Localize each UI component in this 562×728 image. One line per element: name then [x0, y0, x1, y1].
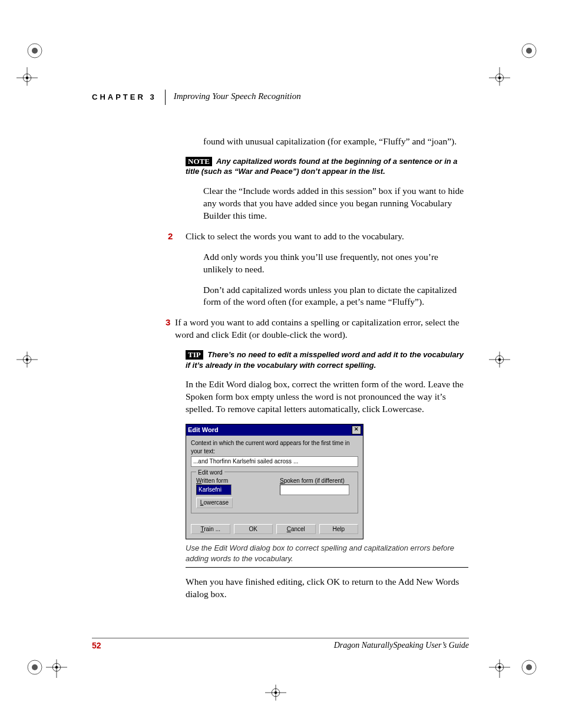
step-3-number: 3 — [166, 317, 170, 328]
svg-point-15 — [26, 358, 29, 361]
svg-point-10 — [522, 44, 536, 58]
step-2-line: Click to select the words you want to ad… — [186, 230, 468, 243]
page-header: CHAPTER 3 Improving Your Speech Recognit… — [92, 86, 469, 101]
chapter-label: CHAPTER 3 — [92, 93, 157, 101]
dialog-button-row: Train ... OK Cancel Help — [186, 518, 363, 539]
chapter-title: Improving Your Speech Recognition — [174, 91, 301, 101]
svg-point-32 — [495, 663, 504, 671]
after-note-text: Clear the “Include words added in this s… — [203, 185, 468, 222]
svg-point-28 — [272, 689, 280, 697]
dialog-titlebar[interactable]: Edit Word ✕ — [186, 424, 363, 436]
spoken-form-label: Spoken form (if different) — [280, 477, 353, 485]
svg-point-24 — [52, 663, 61, 671]
context-label: Context in which the current word appear… — [191, 439, 358, 455]
edit-word-dialog: Edit Word ✕ Context in which the current… — [186, 424, 363, 539]
svg-point-33 — [498, 666, 501, 669]
svg-point-0 — [28, 44, 42, 58]
crop-mark-bl-ornament — [24, 657, 45, 678]
note-text: Any capitalized words found at the begin… — [186, 157, 458, 176]
step-2-p2: Don’t add capitalized words unless you p… — [203, 284, 468, 309]
step-2-number: 2 — [168, 230, 173, 242]
written-form-input[interactable]: Karlsefni — [196, 485, 232, 495]
train-button[interactable]: Train ... — [191, 524, 230, 535]
svg-point-9 — [498, 77, 501, 80]
page-number: 52 — [92, 641, 101, 650]
svg-point-25 — [55, 666, 58, 669]
after-tip-text: In the Edit Word dialog box, correct the… — [186, 378, 468, 416]
guide-name: Dragon NaturallySpeaking User’s Guide — [334, 641, 469, 650]
tip-block: TIP There’s no need to edit a misspelled… — [186, 350, 468, 370]
svg-point-4 — [23, 74, 31, 82]
crop-mark-bl-cross — [46, 657, 67, 678]
dialog-title: Edit Word — [188, 426, 219, 434]
svg-point-34 — [522, 660, 536, 674]
tip-text: There’s no need to edit a misspelled wor… — [186, 350, 464, 370]
crop-mark-br-cross — [489, 657, 510, 678]
svg-point-29 — [275, 691, 277, 694]
svg-point-20 — [28, 660, 42, 674]
note-block: NOTE Any capitalized words found at the … — [186, 156, 468, 177]
context-value: ...and Thorfinn Karlsefni sailed across … — [191, 456, 358, 467]
tip-badge: TIP — [186, 350, 203, 360]
svg-point-14 — [23, 355, 31, 364]
group-label: Edit word — [196, 469, 224, 477]
cancel-button[interactable]: Cancel — [276, 524, 316, 535]
edit-word-group: Edit word Written form Karlsefni Lowerca… — [191, 472, 358, 513]
crop-mark-tl-ornament — [24, 40, 45, 61]
header-divider — [165, 90, 166, 105]
step-2-p1: Add only words you think you’ll use freq… — [203, 251, 468, 276]
svg-point-11 — [526, 48, 532, 54]
crop-mark-tr-cross — [489, 67, 510, 88]
page-body: found with unusual capitalization (for e… — [186, 136, 468, 609]
lowercase-button[interactable]: Lowercase — [196, 498, 233, 508]
svg-point-35 — [526, 664, 532, 670]
closing-text: When you have finished editing, click OK… — [186, 576, 468, 601]
crop-mark-tr-ornament — [518, 40, 540, 61]
crop-mark-tl-cross — [16, 67, 38, 88]
intro-tail-text: found with unusual capitalization (for e… — [203, 136, 468, 148]
page-footer: 52 Dragon NaturallySpeaking User’s Guide — [92, 638, 469, 650]
note-badge: NOTE — [186, 157, 212, 166]
written-form-label: Written form — [196, 477, 269, 485]
svg-point-5 — [26, 77, 29, 80]
ok-button[interactable]: OK — [234, 524, 273, 535]
close-icon[interactable]: ✕ — [352, 426, 361, 434]
help-button[interactable]: Help — [319, 524, 359, 535]
spoken-form-input[interactable] — [280, 485, 349, 495]
crop-mark-bc-cross — [265, 682, 286, 703]
svg-point-18 — [495, 355, 504, 364]
svg-point-19 — [498, 358, 501, 361]
svg-point-21 — [32, 664, 38, 670]
svg-point-8 — [495, 74, 504, 82]
crop-mark-br-ornament — [518, 657, 540, 678]
figure-caption: Use the Edit Word dialog box to correct … — [186, 543, 468, 568]
svg-point-1 — [32, 48, 38, 54]
step-3-line: If a word you want to add contains a spe… — [175, 317, 468, 341]
crop-mark-ml-cross — [16, 349, 38, 370]
crop-mark-mr-cross — [489, 349, 510, 370]
